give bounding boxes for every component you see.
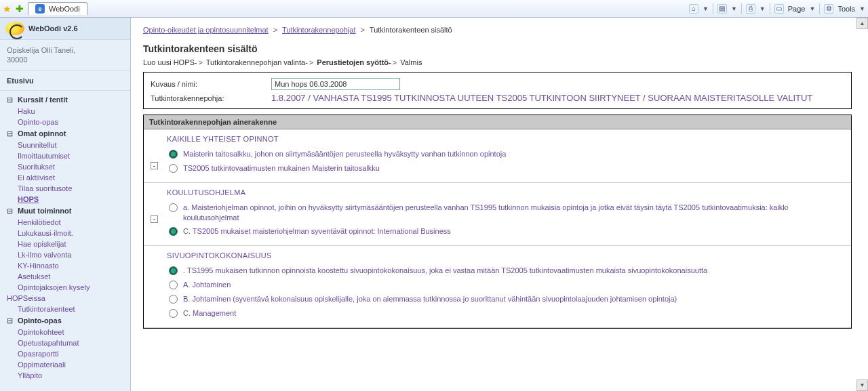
option-radio[interactable] (169, 203, 178, 212)
option-label[interactable]: A. Johtaminen (183, 280, 231, 290)
nav-item-link[interactable]: Lk-ilmo valvonta (18, 251, 71, 259)
nav-item[interactable]: Lukukausi-ilmoit. (0, 228, 130, 239)
option-label[interactable]: Maisterin taitosalkku, johon on siirtymä… (183, 149, 506, 159)
dropdown-icon[interactable]: ▼ (731, 5, 737, 12)
nav-home-label: Etusivu (7, 77, 34, 85)
nav-item[interactable]: Ei aktiiviset (0, 172, 130, 183)
option-radio[interactable] (169, 266, 178, 275)
breadcrumb-link-1[interactable]: Opinto-oikeudet ja opintosuunnitelmat (143, 26, 269, 34)
nav-item[interactable]: Hae opiskelijat (0, 239, 130, 249)
nav-item[interactable]: Opetustapahtumat (0, 337, 130, 348)
browser-tab[interactable]: e WebOodi (28, 2, 87, 15)
nav-item-link[interactable]: Haku (18, 107, 35, 115)
option-label[interactable]: B. Johtaminen (syventävä kokonaisuus opi… (183, 294, 677, 304)
nav-item-link[interactable]: Oppimateriaali (18, 361, 66, 369)
breadcrumb-separator: > (271, 26, 280, 34)
nav-item-link[interactable]: HOPS (18, 195, 39, 203)
nav-home[interactable]: Etusivu (0, 71, 130, 91)
nav-item[interactable]: Tutkintorakenteet (0, 304, 130, 314)
print-icon[interactable]: ⎙ (746, 4, 755, 14)
scroll-up-button[interactable]: ▲ (856, 18, 868, 29)
nav-section[interactable]: Omat opinnot (0, 127, 130, 140)
nav-item-link[interactable]: Asetukset (18, 272, 50, 281)
nav-item-link[interactable]: Tutkintorakenteet (18, 305, 75, 313)
nav-item[interactable]: KY-Hinnasto (0, 260, 130, 271)
dropdown-icon[interactable]: ▼ (809, 5, 815, 12)
nav-item[interactable]: Ylläpito (0, 370, 130, 381)
browser-toolbar: ★ ✚ e WebOodi ⌂▼ ▤▼ ⎙▼ ▭ Page▼ ⚙ Tools▼ (0, 0, 868, 18)
nav-item[interactable]: HOPSeissa (0, 293, 130, 304)
option-label[interactable]: . TS1995 mukaisen tutkinnon opinnoista k… (183, 266, 707, 276)
option-label[interactable]: a. Maisteriohjelman opinnot, joihin on h… (183, 203, 844, 223)
user-info: Opiskelija Olli Taneli, 30000 (0, 40, 130, 71)
nav-item-link[interactable]: Opasraportti (18, 350, 59, 358)
dropdown-icon[interactable]: ▼ (760, 5, 766, 12)
nav-item[interactable]: Lk-ilmo valvonta (0, 249, 130, 260)
nav-item-link[interactable]: Hae opiskelijat (18, 240, 66, 248)
kuvaus-input[interactable] (271, 78, 400, 90)
nav-item[interactable]: HOPS (0, 194, 130, 205)
scroll-down-button[interactable]: ▼ (856, 379, 868, 391)
nav-item[interactable]: Suunnitellut (0, 140, 130, 150)
nav-item-link[interactable]: Tilaa suoritusote (18, 184, 72, 192)
option-radio[interactable] (169, 164, 178, 173)
option-label[interactable]: TS2005 tutkintovaatimusten mukainen Mais… (183, 163, 380, 173)
page-menu-label[interactable]: Page (788, 5, 806, 13)
nav-section[interactable]: Muut toiminnot (0, 205, 130, 217)
nav: Kurssit / tentitHakuOpinto-opasOmat opin… (0, 91, 130, 389)
nav-item[interactable]: Opintojaksojen kysely (0, 282, 130, 293)
home-icon[interactable]: ⌂ (689, 4, 698, 14)
nav-item[interactable]: Opinto-opas (0, 117, 130, 127)
option-label[interactable]: C. Management (183, 308, 236, 318)
nav-item-link[interactable]: Ylläpito (18, 371, 42, 379)
separator (819, 3, 820, 14)
nav-item-link[interactable]: Suunnitellut (18, 141, 57, 149)
rss-icon[interactable]: ▤ (717, 4, 727, 14)
pohja-value: 1.8.2007 / VANHASTA TS1995 TUTKINNOSTA U… (271, 93, 844, 103)
nav-item-link[interactable]: Opintojaksojen kysely (18, 283, 90, 291)
nav-section[interactable]: Opinto-opas (0, 314, 130, 327)
nav-item-link[interactable]: Ilmoittautumiset (18, 152, 70, 160)
nav-item[interactable]: Asetukset (0, 271, 130, 282)
nav-item[interactable]: Oppimateriaali (0, 359, 130, 370)
nav-item[interactable]: Haku (0, 106, 130, 117)
main-scroll-area: ▲ Opinto-oikeudet ja opintosuunnitelmat … (131, 18, 868, 391)
collapse-toggle[interactable]: - (151, 215, 158, 223)
option-radio[interactable] (169, 295, 178, 304)
nav-item[interactable]: Suoritukset (0, 161, 130, 172)
nav-item-link[interactable]: Henkilötiedot (18, 218, 61, 226)
separator (770, 3, 770, 14)
nav-item[interactable]: Opasraportti (0, 348, 130, 359)
dropdown-icon[interactable]: ▼ (859, 5, 865, 12)
collapse-toggle[interactable]: - (151, 162, 158, 169)
nav-item-link[interactable]: Suoritukset (18, 163, 55, 171)
nav-item-link[interactable]: Opetustapahtumat (18, 339, 79, 347)
nav-item-link[interactable]: Lukukausi-ilmoit. (18, 229, 73, 237)
structure-header: Tutkintorakennepohjan ainerakenne (144, 115, 851, 129)
tools-gear-icon[interactable]: ⚙ (824, 4, 833, 14)
nav-item-link[interactable]: Ei aktiiviset (18, 173, 55, 182)
add-favorite-icon[interactable]: ✚ (16, 3, 24, 14)
nav-item-link[interactable]: HOPSeissa (7, 294, 45, 302)
wizard-steps: Luo uusi HOPS-> Tutkintorakennepohjan va… (143, 58, 852, 66)
option-radio[interactable] (169, 150, 178, 159)
nav-section[interactable]: Kurssit / tentit (0, 94, 130, 106)
dropdown-icon[interactable]: ▼ (703, 5, 709, 12)
nav-item[interactable]: Opintokohteet (0, 327, 130, 337)
nav-item[interactable]: Ilmoittautumiset (0, 150, 130, 161)
option-radio[interactable] (169, 227, 178, 236)
nav-item-link[interactable]: Opinto-opas (18, 118, 58, 126)
option-radio[interactable] (169, 309, 178, 318)
favorite-star-icon[interactable]: ★ (3, 3, 12, 14)
tools-menu-label[interactable]: Tools (837, 5, 855, 13)
option-label[interactable]: C. TS2005 mukaiset maisteriohjelman syve… (183, 226, 451, 236)
breadcrumb-link-2[interactable]: Tutkintorakennepohjat (282, 26, 355, 34)
nav-item[interactable]: Tilaa suoritusote (0, 183, 130, 194)
page-icon[interactable]: ▭ (774, 4, 784, 14)
breadcrumb-current: Tutkintorakenteen sisältö (370, 26, 452, 34)
option-radio[interactable] (169, 281, 178, 289)
nav-item[interactable]: Henkilötiedot (0, 217, 130, 228)
nav-item-link[interactable]: KY-Hinnasto (18, 262, 59, 270)
nav-item-link[interactable]: Opintokohteet (18, 328, 64, 336)
option-row: . TS1995 mukaisen tutkinnon opinnoista k… (169, 264, 844, 278)
